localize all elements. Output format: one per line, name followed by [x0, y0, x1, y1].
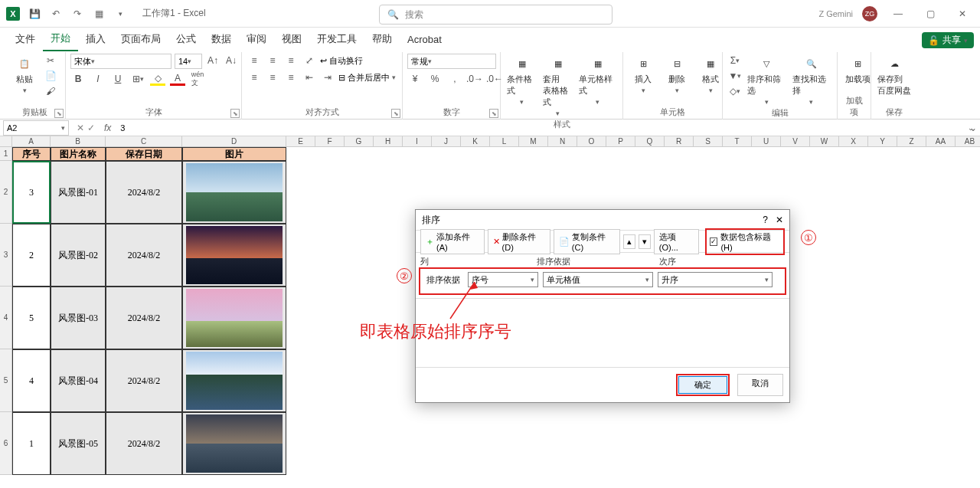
conditional-format-button[interactable]: ▦条件格式▾ [505, 54, 538, 107]
save-icon[interactable]: 💾 [28, 7, 41, 21]
menu-审阅[interactable]: 审阅 [239, 28, 274, 51]
col-header-F[interactable]: F [315, 136, 345, 147]
alignment-launcher[interactable]: ⬊ [391, 109, 400, 118]
delete-cells-button[interactable]: ⊟删除▾ [662, 54, 692, 96]
minimize-icon[interactable]: — [887, 2, 910, 25]
format-painter-icon[interactable]: 🖌 [43, 84, 58, 98]
table-cell[interactable]: 2024/8/2 [106, 224, 182, 287]
qat-dropdown-icon[interactable]: ▾ [113, 7, 127, 21]
table-cell[interactable]: 2024/8/2 [106, 287, 182, 349]
sort-options-button[interactable]: 选项(O)... [654, 229, 699, 254]
menu-帮助[interactable]: 帮助 [364, 28, 400, 51]
row-header-2[interactable]: 2 [0, 161, 12, 224]
italic-icon[interactable]: I [90, 72, 106, 86]
col-header-R[interactable]: R [665, 136, 694, 147]
table-cell[interactable]: 2024/8/2 [106, 349, 182, 412]
col-header-D[interactable]: D [182, 136, 286, 147]
ribbon-collapse-icon[interactable]: ⌄ [969, 123, 977, 133]
table-header[interactable]: 图片名称 [51, 147, 106, 161]
avatar[interactable]: ZG [862, 6, 877, 21]
currency-icon[interactable]: ¥ [407, 72, 423, 86]
table-cell[interactable] [182, 224, 286, 287]
copy-icon[interactable]: 📄 [43, 69, 58, 83]
data-has-header-checkbox[interactable]: ✓ 数据包含标题(H) [705, 228, 785, 255]
table-cell[interactable]: 风景图-03 [51, 287, 106, 349]
table-cell[interactable]: 2 [12, 224, 51, 287]
menu-数据[interactable]: 数据 [204, 28, 239, 51]
menu-页面布局[interactable]: 页面布局 [113, 28, 168, 51]
increase-decimal-icon[interactable]: .0→ [467, 72, 482, 86]
col-header-O[interactable]: O [577, 136, 606, 147]
table-cell[interactable]: 2024/8/2 [106, 161, 182, 224]
fill-color-icon[interactable]: ◇ [150, 72, 165, 86]
decrease-decimal-icon[interactable]: .0← [487, 72, 502, 86]
number-launcher[interactable]: ⬊ [489, 109, 498, 118]
increase-font-icon[interactable]: A↑ [205, 54, 220, 67]
ok-button[interactable]: 确定 [676, 374, 730, 396]
move-down-button[interactable]: ▾ [639, 234, 651, 249]
move-up-button[interactable]: ▴ [623, 234, 635, 249]
col-header-C[interactable]: C [106, 136, 182, 147]
menu-公式[interactable]: 公式 [168, 28, 204, 51]
enter-formula-icon[interactable]: ✓ [87, 123, 95, 133]
col-header-M[interactable]: M [519, 136, 548, 147]
save-baidu-button[interactable]: ☁保存到 百度网盘 [876, 54, 913, 98]
table-cell[interactable] [182, 412, 286, 475]
name-box[interactable]: A2▾ [3, 120, 69, 136]
align-top-icon[interactable]: ≡ [247, 54, 262, 67]
maximize-icon[interactable]: ▢ [919, 2, 942, 25]
percent-icon[interactable]: % [427, 72, 443, 86]
col-header-E[interactable]: E [286, 136, 315, 147]
table-header[interactable]: 序号 [12, 147, 51, 161]
find-select-button[interactable]: 🔍查找和选择▾ [791, 54, 833, 107]
align-right-icon[interactable]: ≡ [283, 70, 299, 84]
col-header-U[interactable]: U [752, 136, 781, 147]
col-header-X[interactable]: X [839, 136, 868, 147]
col-header-K[interactable]: K [461, 136, 490, 147]
col-header-G[interactable]: G [345, 136, 374, 147]
menu-开始[interactable]: 开始 [43, 27, 78, 51]
bold-icon[interactable]: B [70, 72, 86, 86]
qat-more-icon[interactable]: ▦ [92, 7, 106, 21]
number-format-select[interactable]: 常规▾ [407, 54, 496, 69]
autosum-icon[interactable]: Σ▾ [727, 54, 743, 67]
col-header-N[interactable]: N [548, 136, 577, 147]
decrease-indent-icon[interactable]: ⇤ [302, 70, 317, 84]
col-header-A[interactable]: A [12, 136, 51, 147]
table-cell[interactable]: 4 [12, 349, 51, 412]
paste-button[interactable]: 📋粘贴▾ [9, 54, 40, 96]
col-header-S[interactable]: S [694, 136, 723, 147]
col-header-V[interactable]: V [781, 136, 810, 147]
col-header-P[interactable]: P [606, 136, 635, 147]
align-center-icon[interactable]: ≡ [265, 70, 280, 84]
col-header-H[interactable]: H [374, 136, 403, 147]
font-launcher[interactable]: ⬊ [230, 109, 240, 118]
dialog-help-icon[interactable]: ? [763, 215, 768, 225]
menu-开发工具[interactable]: 开发工具 [309, 28, 364, 51]
col-header-W[interactable]: W [810, 136, 839, 147]
col-header-T[interactable]: T [723, 136, 752, 147]
col-header-Q[interactable]: Q [635, 136, 665, 147]
cancel-button[interactable]: 取消 [737, 374, 783, 396]
fx-icon[interactable]: fx [100, 123, 116, 133]
row-header-5[interactable]: 5 [0, 349, 12, 412]
table-cell[interactable] [182, 287, 286, 349]
table-cell[interactable]: 风景图-05 [51, 412, 106, 475]
sort-order-select[interactable]: 升序▾ [658, 272, 773, 287]
menu-视图[interactable]: 视图 [274, 28, 309, 51]
increase-indent-icon[interactable]: ⇥ [320, 70, 335, 84]
col-header-J[interactable]: J [432, 136, 461, 147]
decrease-font-icon[interactable]: A↓ [224, 54, 239, 67]
orientation-icon[interactable]: ⤢ [302, 54, 317, 67]
row-header-1[interactable]: 1 [0, 147, 12, 161]
underline-icon[interactable]: U [110, 72, 126, 86]
col-header-B[interactable]: B [51, 136, 106, 147]
table-cell[interactable]: 3 [12, 161, 51, 224]
font-color-icon[interactable]: A [170, 72, 185, 86]
comma-icon[interactable]: , [447, 72, 462, 86]
table-cell[interactable] [182, 161, 286, 224]
row-header-3[interactable]: 3 [0, 224, 12, 287]
col-header-AA[interactable]: AA [926, 136, 956, 147]
format-table-button[interactable]: ▦套用 表格格式▾ [541, 54, 574, 119]
table-cell[interactable]: 1 [12, 412, 51, 475]
